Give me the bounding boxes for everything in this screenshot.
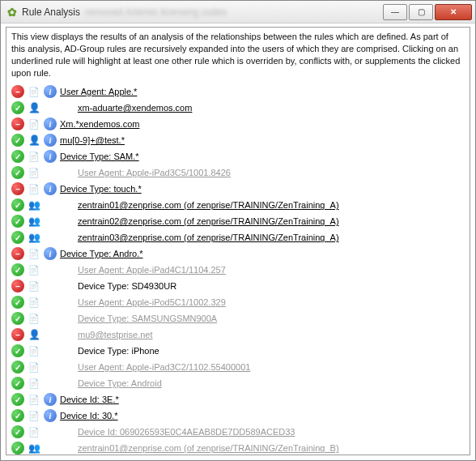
rule-label[interactable]: zentrain01@zenprise.com (of zenprise/TRA… (78, 443, 339, 453)
rule-row: ✓User Agent: Apple-iPad4C1/1104.257 (11, 262, 465, 278)
document-icon (28, 280, 40, 292)
allow-icon: ✓ (11, 198, 24, 211)
rule-label[interactable]: Device Type: touch.* (60, 184, 142, 194)
rule-label[interactable]: mu[0-9]+@test.* (60, 135, 125, 145)
info-icon[interactable]: i (44, 393, 57, 406)
titlebar: ✿ Rule Analysis removed Artemis licensin… (1, 1, 475, 23)
deny-icon: – (11, 182, 24, 195)
deny-icon: – (11, 247, 24, 260)
document-icon (28, 377, 40, 390)
document-icon (28, 150, 40, 163)
document-icon (28, 344, 40, 357)
document-icon (28, 296, 40, 309)
info-icon[interactable]: i (44, 247, 57, 260)
info-icon[interactable]: i (44, 150, 57, 163)
rule-row: ✓User Agent: Apple-iPad3C5/1001.8426 (11, 164, 465, 181)
group-icon (28, 442, 40, 455)
content-area: This view displays the results of an ana… (1, 23, 475, 460)
allow-icon: ✓ (11, 312, 24, 325)
window-subtitle-blurred: removed Artemis licensing codes (85, 6, 227, 18)
rule-label[interactable]: Device Type: SAM.* (60, 152, 139, 161)
rule-label[interactable]: Device Id: 3E.* (60, 395, 119, 404)
rule-label[interactable]: zentrain01@zenprise.com (of zenprise/TRA… (78, 200, 339, 210)
rule-label[interactable]: User Agent: Apple-iPad3C5/1001.8426 (78, 168, 231, 177)
info-icon[interactable]: i (44, 85, 57, 98)
app-icon: ✿ (6, 6, 19, 19)
document-icon (28, 425, 40, 438)
rule-label[interactable]: Device Type: SAMSUNGSMN900A (78, 314, 217, 323)
rule-row: ✓xm-aduarte@xendemos.com (11, 100, 465, 116)
rule-label[interactable]: Device Type: Android (78, 378, 162, 388)
rule-row: ✓User Agent: Apple-iPod5C1/1002.329 (11, 294, 465, 310)
allow-icon: ✓ (11, 101, 24, 114)
rule-row: ✓zentrain02@zenprise.com (of zenprise/TR… (11, 213, 465, 229)
rule-label[interactable]: Device Id: 30.* (60, 411, 118, 420)
panel-description: This view displays the results of an ana… (11, 31, 465, 79)
close-button[interactable]: ✕ (435, 4, 472, 20)
rule-row: ✓Device Type: iPhone (11, 343, 465, 359)
allow-icon: ✓ (11, 150, 24, 163)
window-title: Rule Analysis (22, 6, 80, 18)
user-icon (28, 101, 40, 114)
rule-label[interactable]: xm-aduarte@xendemos.com (78, 103, 192, 113)
deny-icon: – (11, 85, 24, 98)
document-icon (28, 263, 40, 276)
rule-row: ✓zentrain03@zenprise.com (of zenprise/TR… (11, 229, 465, 245)
document-icon (28, 117, 40, 130)
info-icon[interactable]: i (44, 182, 57, 195)
allow-icon: ✓ (11, 134, 24, 147)
document-icon (28, 247, 40, 260)
rule-label[interactable]: zentrain02@zenprise.com (of zenprise/TRA… (78, 216, 339, 226)
rule-row: ✓User Agent: Apple-iPad3C2/1102.55400001 (11, 359, 465, 375)
rule-label: Device Type: iPhone (78, 346, 159, 356)
rule-label[interactable]: zentrain03@zenprise.com (of zenprise/TRA… (78, 233, 339, 242)
rule-row: ✓iDevice Type: SAM.* (11, 148, 465, 164)
group-icon (28, 198, 40, 211)
allow-icon: ✓ (11, 231, 24, 244)
rule-row: ✓iDevice Id: 30.* (11, 408, 465, 424)
rule-row: –iUser Agent: Apple.* (11, 83, 465, 100)
allow-icon: ✓ (11, 393, 24, 406)
rule-label[interactable]: User Agent: Apple-iPad3C2/1102.55400001 (78, 362, 250, 372)
rule-row: –mu9@testprise.net (11, 327, 465, 343)
info-icon[interactable]: i (44, 117, 57, 130)
allow-icon: ✓ (11, 409, 24, 422)
rule-row: –iXm.*xendemos.com (11, 116, 465, 132)
rule-label[interactable]: mu9@testprise.net (78, 330, 153, 339)
allow-icon: ✓ (11, 166, 24, 179)
window-controls: — ▢ ✕ (381, 4, 472, 20)
rule-label[interactable]: User Agent: Apple-iPad4C1/1104.257 (78, 265, 226, 275)
allow-icon: ✓ (11, 377, 24, 390)
allow-icon: ✓ (11, 442, 24, 455)
rule-row: ✓imu[0-9]+@test.* (11, 132, 465, 148)
allow-icon: ✓ (11, 344, 24, 357)
document-icon (28, 182, 40, 195)
document-icon (28, 85, 40, 98)
deny-icon: – (11, 328, 24, 341)
maximize-button[interactable]: ▢ (409, 4, 433, 20)
rule-label[interactable]: Xm.*xendemos.com (60, 119, 139, 129)
document-icon (28, 409, 40, 422)
rule-row: –iDevice Type: touch.* (11, 181, 465, 197)
rule-row: –Device Type: SD4930UR (11, 278, 465, 294)
minimize-button[interactable]: — (383, 4, 407, 20)
group-icon (28, 215, 40, 228)
rule-label[interactable]: Device Id: 069026593E0C4AEAB8DE7DD589ACE… (78, 427, 295, 437)
document-icon (28, 361, 40, 373)
deny-icon: – (11, 280, 24, 292)
rule-panel: This view displays the results of an ana… (6, 27, 470, 455)
allow-icon: ✓ (11, 361, 24, 373)
rule-row: ✓Device Type: Android (11, 375, 465, 391)
user-icon (28, 134, 40, 147)
user-icon (28, 328, 40, 341)
rule-label[interactable]: User Agent: Apple-iPod5C1/1002.329 (78, 297, 226, 307)
info-icon[interactable]: i (44, 134, 57, 147)
rule-label[interactable]: User Agent: Apple.* (60, 87, 137, 96)
allow-icon: ✓ (11, 296, 24, 309)
rule-row: –iDevice Type: Andro.* (11, 245, 465, 262)
rule-list: –iUser Agent: Apple.*✓xm-aduarte@xendemo… (11, 83, 465, 455)
rule-row: ✓iDevice Id: 3E.* (11, 391, 465, 408)
info-icon[interactable]: i (44, 409, 57, 422)
rule-row: ✓Device Id: 069026593E0C4AEAB8DE7DD589AC… (11, 424, 465, 440)
rule-label[interactable]: Device Type: Andro.* (60, 249, 143, 258)
